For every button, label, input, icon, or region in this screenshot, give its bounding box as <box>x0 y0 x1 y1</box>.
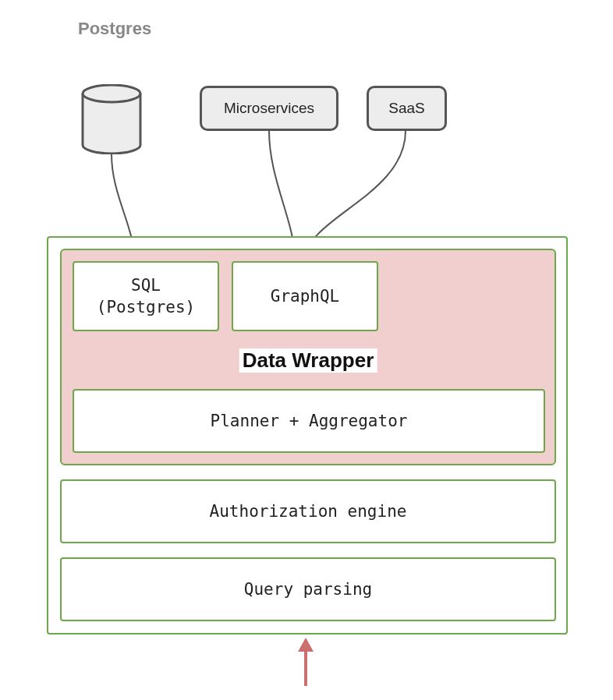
sql-box: SQL (Postgres) <box>73 261 219 331</box>
page-title: Postgres <box>78 19 151 39</box>
query-parsing-box: Query parsing <box>60 557 556 621</box>
data-wrapper-title: Data Wrapper <box>239 348 377 373</box>
graphql-box: GraphQL <box>232 261 378 331</box>
data-wrapper-region: SQL (Postgres) GraphQL Data Wrapper Plan… <box>60 249 556 465</box>
microservices-label: Microservices <box>224 100 314 117</box>
graphql-label: GraphQL <box>271 285 340 307</box>
authorization-label: Authorization engine <box>210 500 407 522</box>
authorization-box: Authorization engine <box>60 479 556 543</box>
query-parsing-label: Query parsing <box>244 578 372 600</box>
microservices-box: Microservices <box>200 86 338 131</box>
sql-label: SQL (Postgres) <box>97 274 195 319</box>
saas-box: SaaS <box>367 86 447 131</box>
planner-label: Planner + Aggregator <box>211 410 408 432</box>
database-icon <box>80 84 143 154</box>
main-container: SQL (Postgres) GraphQL Data Wrapper Plan… <box>47 236 568 635</box>
planner-box: Planner + Aggregator <box>73 389 545 453</box>
svg-marker-5 <box>298 638 314 652</box>
saas-label: SaaS <box>388 100 424 117</box>
